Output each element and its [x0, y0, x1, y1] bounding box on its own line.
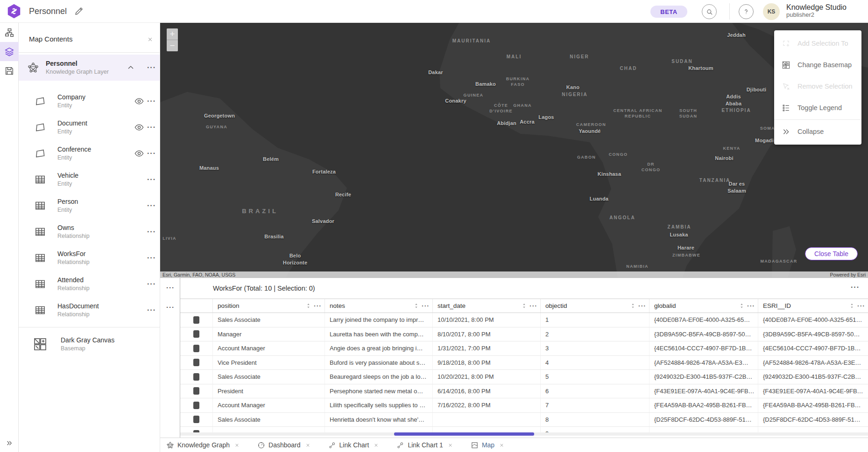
- column-options-button[interactable]: ···: [529, 302, 537, 310]
- account-info[interactable]: Knowledge Studio publisher2: [786, 3, 847, 19]
- basemap-item[interactable]: Dark Gray CanvasBasemap: [19, 331, 160, 357]
- column-header-label: position: [218, 302, 303, 309]
- layer-item-personnel[interactable]: PersonnelKnowledge Graph Layer···: [19, 55, 160, 81]
- close-tab-icon[interactable]: [499, 443, 504, 448]
- help-button[interactable]: [739, 4, 754, 19]
- table-row[interactable]: Account ManagerLilith specifically sells…: [180, 398, 868, 413]
- layer-item-hasdocument[interactable]: HasDocumentRelationship···: [19, 297, 160, 323]
- table-row[interactable]: 9: [180, 427, 868, 432]
- row-checkbox[interactable]: [193, 345, 199, 352]
- column-header-objectid[interactable]: objectid···: [541, 299, 649, 313]
- rail-layers-button[interactable]: [0, 42, 19, 61]
- sort-icon[interactable]: [413, 302, 420, 309]
- table-cell: {3DB9A59C-B5FA-49CB-8597-50…: [758, 327, 868, 341]
- column-options-button[interactable]: ···: [422, 302, 430, 310]
- table-row[interactable]: Sales AssociateHenrietta doesn't know wh…: [180, 413, 868, 427]
- close-panel-button[interactable]: [144, 34, 155, 45]
- row-checkbox[interactable]: [193, 416, 199, 423]
- row-checkbox[interactable]: [193, 402, 199, 409]
- tab-link-chart-1[interactable]: Link Chart 1: [396, 441, 452, 449]
- close-tab-icon[interactable]: [448, 443, 453, 448]
- avatar[interactable]: KS: [763, 3, 780, 20]
- column-header-position[interactable]: position···: [213, 299, 325, 313]
- close-tab-icon[interactable]: [305, 443, 311, 448]
- layer-options-button[interactable]: ···: [147, 63, 156, 72]
- map-canvas[interactable]: MAURITANIAMALINIGERSUDANCHADBURKINA FASO…: [160, 23, 868, 278]
- sort-icon[interactable]: [305, 302, 312, 309]
- zoom-out-button[interactable]: −: [167, 40, 178, 51]
- expand-rail-button[interactable]: [0, 439, 19, 447]
- tab-dashboard[interactable]: Dashboard: [257, 441, 311, 449]
- table-horizontal-scrollbar[interactable]: [180, 432, 868, 436]
- layer-options-button[interactable]: ···: [147, 254, 156, 262]
- table-menu-button[interactable]: ···: [851, 283, 860, 292]
- rail-hierarchy-button[interactable]: [0, 23, 19, 42]
- layer-options-button[interactable]: ···: [147, 202, 156, 210]
- layer-item-conference[interactable]: ConferenceEntity···: [19, 140, 160, 167]
- tab-knowledge-graph[interactable]: Knowledge Graph: [166, 441, 240, 449]
- table-row[interactable]: Sales AssociateLarry joined the company …: [180, 313, 868, 327]
- table-body: Sales AssociateLarry joined the company …: [180, 313, 868, 432]
- zoom-in-button[interactable]: +: [167, 28, 178, 40]
- layer-item-worksfor[interactable]: WorksForRelationship···: [19, 245, 160, 271]
- tab-link-chart[interactable]: Link Chart: [328, 441, 379, 449]
- sort-icon[interactable]: [629, 302, 636, 309]
- table-row[interactable]: Vice PresidentBuford is very passionate …: [180, 356, 868, 370]
- column-header-notes[interactable]: notes···: [325, 299, 433, 313]
- map-label-country: NIGER: [570, 54, 589, 60]
- visibility-eye-icon[interactable]: [134, 96, 144, 106]
- row-checkbox[interactable]: [193, 330, 199, 338]
- column-header-globalid[interactable]: globalid···: [649, 299, 758, 313]
- layer-item-owns[interactable]: OwnsRelationship···: [19, 219, 160, 245]
- menu-item-collapse[interactable]: Collapse: [774, 121, 861, 142]
- table-row[interactable]: Account ManagerAngie does a great job br…: [180, 341, 868, 356]
- scrollbar-handle[interactable]: [394, 432, 534, 436]
- edit-title-button[interactable]: [74, 6, 84, 16]
- table-row[interactable]: ManagerLauretta has been with the comp…8…: [180, 327, 868, 342]
- layer-options-button[interactable]: ···: [147, 175, 156, 184]
- menu-item-toggle-legend[interactable]: Toggle Legend: [774, 97, 861, 118]
- table-row[interactable]: PresidentPersephone started new metal o……: [180, 384, 868, 399]
- visibility-eye-icon[interactable]: [134, 122, 144, 132]
- layer-options-button[interactable]: ···: [147, 228, 156, 236]
- layer-options-button[interactable]: ···: [147, 306, 156, 314]
- layer-item-attended[interactable]: AttendedRelationship···: [19, 271, 160, 297]
- sort-icon[interactable]: [521, 302, 528, 309]
- row-checkbox[interactable]: [193, 387, 199, 395]
- row-checkbox[interactable]: [193, 359, 199, 366]
- close-tab-icon[interactable]: [234, 443, 240, 448]
- layer-item-vehicle[interactable]: VehicleEntity···: [19, 167, 160, 193]
- chevron-up-icon[interactable]: [126, 63, 135, 72]
- search-button[interactable]: [702, 4, 717, 19]
- column-options-button[interactable]: ···: [747, 302, 755, 310]
- panel-header: Map Contents: [19, 23, 160, 53]
- visibility-eye-icon[interactable]: [134, 148, 144, 159]
- row-checkbox[interactable]: [193, 373, 199, 381]
- layer-options-button[interactable]: ···: [147, 97, 156, 105]
- table-column-options-ellipsis[interactable]: ···: [166, 303, 175, 311]
- column-header-ESRI__ID[interactable]: ESRI__ID···: [758, 299, 868, 313]
- layer-item-company[interactable]: CompanyEntity···: [19, 88, 160, 114]
- table-row[interactable]: Sales AssociateBeauregard sleeps on the …: [180, 370, 868, 384]
- layer-item-person[interactable]: PersonEntity···: [19, 193, 160, 219]
- layer-options-button[interactable]: ···: [147, 123, 156, 132]
- rail-save-button[interactable]: [0, 61, 19, 80]
- tab-map[interactable]: Map: [471, 441, 504, 449]
- table-cell: {40DE0B7A-EF0E-4000-A325-65…: [649, 313, 758, 327]
- sort-icon[interactable]: [738, 302, 745, 309]
- menu-item-change-basemap[interactable]: Change Basemap: [774, 54, 861, 76]
- column-header-start_date[interactable]: start_date···: [433, 299, 541, 313]
- layer-options-button[interactable]: ···: [147, 280, 156, 288]
- row-checkbox[interactable]: [193, 316, 199, 324]
- table-options-ellipsis[interactable]: ···: [166, 284, 175, 292]
- layer-name: WorksFor: [57, 250, 90, 258]
- close-tab-icon[interactable]: [374, 443, 379, 448]
- user-name: publisher2: [786, 12, 847, 19]
- column-options-button[interactable]: ···: [638, 302, 646, 310]
- layer-item-document[interactable]: DocumentEntity···: [19, 114, 160, 140]
- sort-icon[interactable]: [848, 302, 855, 309]
- column-options-button[interactable]: ···: [857, 302, 865, 310]
- column-options-button[interactable]: ···: [314, 302, 322, 310]
- close-table-button[interactable]: Close Table: [805, 247, 858, 260]
- layer-options-button[interactable]: ···: [147, 149, 156, 158]
